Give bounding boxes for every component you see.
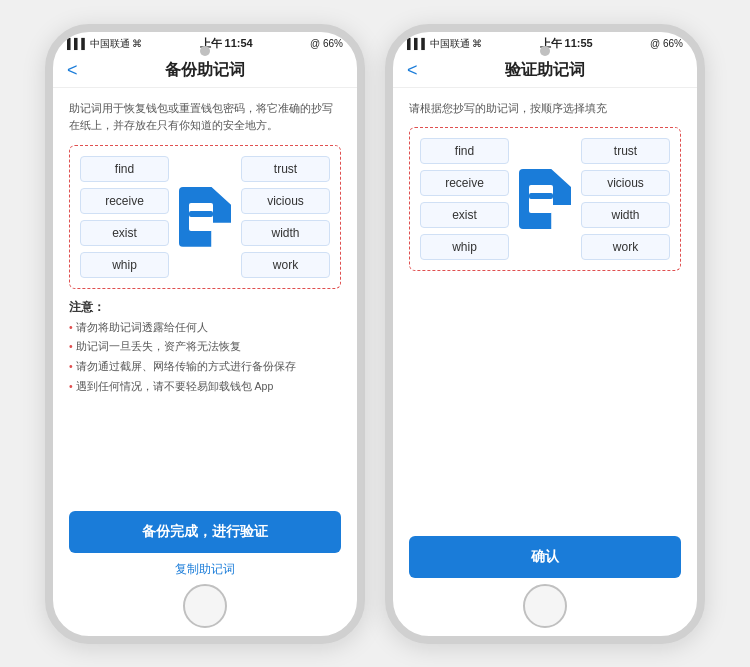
description-1: 助记词用于恢复钱包或重置钱包密码，将它准确的抄写在纸上，并存放在只有你知道的安全…: [69, 100, 341, 135]
note-2: 助记词一旦丢失，资产将无法恢复: [69, 339, 341, 355]
nav-bar-2: < 验证助记词: [393, 54, 697, 88]
tp-inner-shape-2: [529, 193, 553, 199]
time-display: 上午 11:54: [200, 36, 253, 51]
note-4: 遇到任何情况，请不要轻易卸载钱包 App: [69, 379, 341, 395]
status-bar-2: ▌▌▌ 中国联通 ⌘ 上午 11:55 @ 66%: [393, 32, 697, 54]
verify-chips-box: find trust receive vicious exist width w…: [409, 127, 681, 271]
word-left-4: whip: [80, 252, 169, 278]
back-button-1[interactable]: <: [67, 60, 78, 81]
home-button-2[interactable]: [523, 584, 567, 628]
status-bar-1: ▌▌▌ 中国联通 ⌘ 上午 11:54 @ 66%: [53, 32, 357, 54]
word-left-2: receive: [80, 188, 169, 214]
word-left-1: find: [80, 156, 169, 182]
nav-bar-1: < 备份助记词: [53, 54, 357, 88]
battery-display-2: @ 66%: [650, 38, 683, 49]
tp-white-shape: [189, 203, 213, 231]
verify-word-right-3[interactable]: width: [581, 202, 670, 228]
home-button[interactable]: [183, 584, 227, 628]
signal-carrier: ▌▌▌ 中国联通 ⌘: [67, 37, 142, 51]
tp-logo-2: [519, 169, 571, 229]
verify-word-right-1[interactable]: trust: [581, 138, 670, 164]
mnemonic-box-1: find trust receive vicious exist width w…: [69, 145, 341, 289]
phone-backup: ▌▌▌ 中国联通 ⌘ 上午 11:54 @ 66% < 备份助记词 助记词用于恢…: [45, 24, 365, 644]
notes-section: 注意： 请勿将助记词透露给任何人 助记词一旦丢失，资产将无法恢复 请勿通过截屏、…: [69, 299, 341, 395]
notes-title: 注意：: [69, 299, 341, 316]
signal-bars-2: ▌▌▌: [407, 38, 428, 49]
tp-inner-shape: [189, 211, 213, 217]
word-right-1: trust: [241, 156, 330, 182]
verify-word-left-3[interactable]: exist: [420, 202, 509, 228]
time-display-2: 上午 11:55: [540, 36, 593, 51]
signal-carrier-2: ▌▌▌ 中国联通 ⌘: [407, 37, 482, 51]
phone-verify: ▌▌▌ 中国联通 ⌘ 上午 11:55 @ 66% < 验证助记词 请根据您抄写…: [385, 24, 705, 644]
mnemonic-logo-1: [173, 156, 237, 278]
verify-word-right-2[interactable]: vicious: [581, 170, 670, 196]
back-button-2[interactable]: <: [407, 60, 418, 81]
word-right-3: width: [241, 220, 330, 246]
battery-display: @ 66%: [310, 38, 343, 49]
verify-word-left-1[interactable]: find: [420, 138, 509, 164]
copy-mnemonic-button[interactable]: 复制助记词: [175, 561, 235, 578]
wifi-icon-2: ⌘: [472, 38, 482, 49]
bottom-actions-1: 备份完成，进行验证 复制助记词: [69, 511, 341, 578]
bottom-actions-2: 确认: [409, 536, 681, 578]
verify-word-right-4[interactable]: work: [581, 234, 670, 260]
verify-logo: [513, 138, 577, 260]
tp-white-shape-2: [529, 185, 553, 213]
verify-word-left-4[interactable]: whip: [420, 234, 509, 260]
word-right-2: vicious: [241, 188, 330, 214]
note-1: 请勿将助记词透露给任何人: [69, 320, 341, 336]
verify-word-left-2[interactable]: receive: [420, 170, 509, 196]
page-title-1: 备份助记词: [165, 60, 245, 81]
page-title-2: 验证助记词: [505, 60, 585, 81]
word-right-4: work: [241, 252, 330, 278]
word-left-3: exist: [80, 220, 169, 246]
confirm-button[interactable]: 确认: [409, 536, 681, 578]
note-3: 请勿通过截屏、网络传输的方式进行备份保存: [69, 359, 341, 375]
wifi-icon: ⌘: [132, 38, 142, 49]
backup-complete-button[interactable]: 备份完成，进行验证: [69, 511, 341, 553]
tp-logo-1: [179, 187, 231, 247]
description-2: 请根据您抄写的助记词，按顺序选择填充: [409, 100, 681, 118]
signal-bars: ▌▌▌: [67, 38, 88, 49]
